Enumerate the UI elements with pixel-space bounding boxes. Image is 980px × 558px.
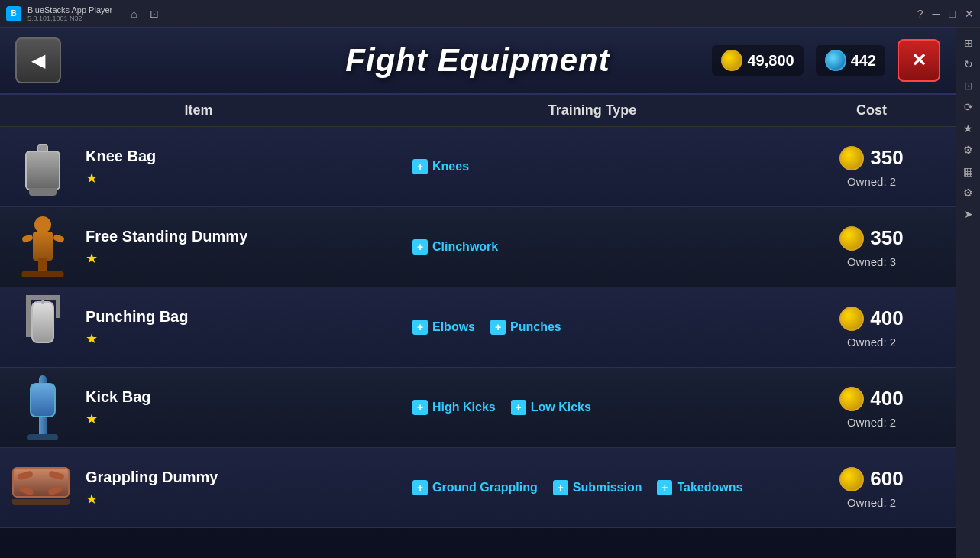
dummy-training: + Clinchwork [397,207,788,287]
training-tag-highkicks: + High Kicks [412,400,496,415]
titlebar-nav: ⌂ ⊡ [131,8,158,20]
grappling-stars: ★ [86,491,218,508]
kick-bag-name: Kick Bag [86,388,151,406]
cost-number: 400 [870,387,903,410]
cost-amount: 600 [839,467,903,491]
punching-training: + Elbows + Punches [397,287,788,367]
back-arrow-icon: ◀ [31,50,45,71]
plus-icon: + [412,159,428,174]
kick-cost: 400 Owned: 2 [788,368,956,447]
grappling-dummy-image [12,457,73,518]
kick-bag-stars: ★ [86,410,151,427]
app-version: 5.8.101.1001 N32 [27,15,112,22]
cost-amount: 350 [839,226,903,251]
cost-coin-icon [839,307,864,331]
training-tag-submission: + Submission [553,480,642,495]
sidebar-display-icon[interactable]: ▦ [959,162,978,180]
plus-icon: + [412,480,428,495]
page-title: Fight Equipment [345,42,610,79]
grappling-text: Grappling Dummy ★ [86,469,218,508]
training-tag-punches: + Punches [490,320,561,335]
sidebar-gear-icon[interactable]: ⚙ [959,183,978,202]
close-button[interactable]: ✕ [898,39,940,82]
sidebar-settings-icon[interactable]: ⚙ [959,141,978,159]
cost-coin-icon [839,146,864,170]
star-icon: ★ [86,330,98,347]
kick-training: + High Kicks + Low Kicks [397,368,788,447]
right-sidebar: ⊞ ↻ ⊡ ⟳ ★ ⚙ ▦ ⚙ ➤ [956,28,980,558]
back-button[interactable]: ◀ [15,37,61,83]
close-icon: ✕ [911,50,927,71]
punching-stars: ★ [86,330,188,347]
plus-icon: + [412,320,428,335]
cost-number: 350 [870,226,903,250]
plus-icon: + [412,400,428,415]
star-icon: ★ [86,410,98,427]
sidebar-grid-icon[interactable]: ⊞ [959,34,978,52]
training-tag-ground: + Ground Grappling [412,480,538,495]
sidebar-rotate-icon[interactable]: ⟳ [959,98,978,116]
dummy-name: Free Standing Dummy [86,228,247,245]
app-name: BlueStacks App Player [27,5,112,15]
gem-icon [825,50,846,71]
game-area: ◀ Fight Equipment 49,800 442 ✕ Item Trai… [0,28,956,558]
table-row[interactable]: Knee Bag ★ + Knees 350 Owned: 2 [0,127,956,207]
item-info-kick: Kick Bag ★ [0,368,397,447]
table-row[interactable]: Punching Bag ★ + Elbows + Punches [0,287,956,368]
help-icon[interactable]: ? [917,8,923,20]
cost-number: 600 [870,467,903,491]
cost-coin-icon [839,387,864,411]
knee-bag-stars: ★ [86,170,156,187]
knee-bag-image [12,136,73,197]
table-row[interactable]: Grappling Dummy ★ + Ground Grappling + S… [0,448,956,528]
titlebar-left: B BlueStacks App Player 5.8.101.1001 N32… [6,5,159,22]
header: ◀ Fight Equipment 49,800 442 ✕ [0,28,956,95]
cost-coin-icon [839,467,864,491]
owned-label: Owned: 2 [847,336,896,349]
owned-label: Owned: 2 [847,175,896,188]
owned-label: Owned: 2 [847,496,896,509]
history-icon[interactable]: ⊡ [150,8,159,20]
gems-display: 442 [816,45,885,76]
kick-bag-image [12,377,73,438]
cost-number: 400 [870,307,903,330]
gem-amount: 442 [851,52,876,70]
item-info-dummy: Free Standing Dummy ★ [0,207,397,287]
plus-icon: + [657,480,672,495]
cost-amount: 350 [839,146,903,170]
window-controls: ? ─ □ ✕ [917,8,974,20]
coin-amount: 49,800 [747,52,794,70]
plus-icon: + [553,480,568,495]
dummy-cost: 350 Owned: 3 [788,207,956,287]
owned-label: Owned: 3 [847,255,896,268]
punching-name: Punching Bag [86,308,188,326]
dummy-stars: ★ [86,250,247,267]
titlebar: B BlueStacks App Player 5.8.101.1001 N32… [0,0,980,28]
sidebar-refresh-icon[interactable]: ↻ [959,55,978,73]
training-tag-knees: + Knees [412,159,469,174]
maximize-icon[interactable]: □ [949,8,956,20]
training-tag-elbows: + Elbows [412,320,475,335]
close-window-icon[interactable]: ✕ [965,8,974,20]
sidebar-star-icon[interactable]: ★ [959,119,978,138]
cost-amount: 400 [839,307,903,331]
minimize-icon[interactable]: ─ [933,8,940,20]
coins-display: 49,800 [712,45,803,76]
sidebar-arrow-icon[interactable]: ➤ [959,205,978,223]
sidebar-crop-icon[interactable]: ⊡ [959,76,978,95]
home-icon[interactable]: ⌂ [131,8,137,20]
table-row[interactable]: Kick Bag ★ + High Kicks + Low Kicks [0,368,956,448]
plus-icon: + [412,239,428,255]
grappling-name: Grappling Dummy [86,469,218,486]
knee-bag-training: + Knees [397,127,788,206]
dummy-text: Free Standing Dummy ★ [86,228,247,267]
item-info-knee-bag: Knee Bag ★ [0,127,397,206]
cost-coin-icon [839,226,864,251]
col-cost: Cost [788,102,956,118]
items-list: Knee Bag ★ + Knees 350 Owned: 2 [0,127,956,558]
training-tag-takedowns: + Takedowns [657,480,742,495]
table-row[interactable]: Free Standing Dummy ★ + Clinchwork 350 O… [0,207,956,287]
dummy-image [12,216,73,277]
col-training-type: Training Type [397,102,788,118]
star-icon: ★ [86,170,98,187]
